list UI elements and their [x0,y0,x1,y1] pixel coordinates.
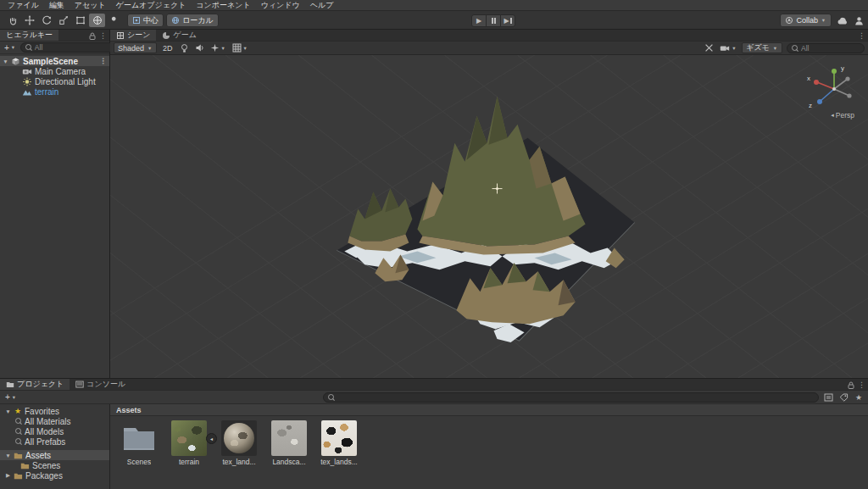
transform-icon [92,15,103,25]
menu-help[interactable]: ヘルプ [305,0,339,10]
favorites-all-prefabs[interactable]: All Prefabs [0,436,109,447]
create-object-button[interactable]: + ▾ [3,43,18,53]
favorites-row[interactable]: ▼ ★ Favorites [0,406,109,416]
scene-lighting-toggle[interactable] [179,43,190,53]
expand-icon[interactable]: ▼ [3,58,8,64]
scene-viewport[interactable]: y x z ◂ Persp [110,55,868,378]
tab-hierarchy[interactable]: ヒエラルキー [0,30,58,41]
scene-name-label: SampleScene [23,57,78,66]
search-by-label-button[interactable] [837,393,849,402]
search-icon [15,438,22,445]
menu-bar: ファイル 編集 アセット ゲームオブジェクト コンポーネント ウィンドウ ヘルプ [0,0,868,11]
asset-tex-lands-splatmap[interactable]: tex_lands... [318,420,360,466]
play-button[interactable]: ▶ [471,14,487,27]
rotate-tool-button[interactable] [38,14,54,27]
tool-group [4,14,122,27]
hand-tool-button[interactable] [4,14,20,27]
tab-project[interactable]: プロジェクト [0,379,70,390]
asset-tex-land-material[interactable]: tex_land... [218,420,260,466]
expand-icon[interactable]: ▼ [5,453,11,458]
terrain-thumbnail [171,420,207,456]
account-icon[interactable] [854,16,864,25]
collab-button[interactable]: Collab ▾ [780,14,832,27]
menu-assets[interactable]: アセット [70,0,111,10]
pause-button[interactable] [486,14,501,27]
project-search[interactable] [323,392,819,403]
camera-settings-dropdown[interactable]: ▾ [719,44,737,53]
kebab-menu-icon[interactable]: ⋮ [858,32,865,40]
menu-component[interactable]: コンポーネント [191,0,255,10]
menu-edit[interactable]: 編集 [44,0,70,10]
cloud-services-icon[interactable] [837,16,849,25]
draw-mode-dropdown[interactable]: Shaded ▾ [114,42,157,53]
chevron-down-icon: ▾ [242,45,248,52]
kebab-menu-icon[interactable]: ⋮ [858,381,865,389]
scene-audio-toggle[interactable] [194,43,205,53]
star-icon: ★ [855,393,862,402]
scene-row[interactable]: ▼ SampleScene ⋮ [0,56,109,66]
custom-tool-button[interactable] [106,14,122,27]
menu-window[interactable]: ウィンドウ [256,0,305,10]
texture-thumbnail [271,420,307,456]
create-asset-button[interactable]: + ▾ [3,392,19,402]
search-by-type-button[interactable] [822,393,834,402]
packages-label: Packages [25,471,63,481]
scene-options-icon[interactable]: ⋮ [99,58,107,65]
hierarchy-item-directional-light[interactable]: Directional Light [0,76,109,86]
grid-visibility-dropdown[interactable]: ▾ [231,43,249,53]
pivot-toggle-button[interactable]: 中心 [127,14,164,27]
gizmos-dropdown[interactable]: ギズモ ▾ [742,42,782,53]
terrain-object[interactable] [110,55,868,378]
favorites-all-materials[interactable]: All Materials [0,416,109,426]
main-area: ヒエラルキー ⋮ + ▾ ▼ [0,30,868,378]
hierarchy-item-terrain[interactable]: terrain [0,86,109,97]
expand-icon[interactable]: ▼ [5,408,11,414]
move-tool-button[interactable] [21,14,37,27]
save-search-button[interactable]: ★ [853,393,865,402]
menu-file[interactable]: ファイル [3,0,44,10]
scene-effects-dropdown[interactable]: ▾ [209,43,227,53]
tab-console[interactable]: コンソール [70,379,131,390]
scale-tool-button[interactable] [55,14,71,27]
hierarchy-tab-corner: ⋮ [89,30,107,42]
main-toolbar: 中心 ローカル ▶ ▶ Collab ▾ [0,11,868,30]
hierarchy-item-main-camera[interactable]: Main Camera [0,66,109,76]
assets-folder-row[interactable]: ▼ Assets [0,450,109,460]
tab-scene[interactable]: シーン [110,30,156,41]
asset-landscape-texture[interactable]: Landsca... [268,420,310,466]
camera-icon [22,67,32,76]
lock-icon[interactable] [848,381,854,389]
console-tab-label: コンソール [86,379,125,390]
asset-scenes-folder[interactable]: Scenes [118,420,160,466]
tab-game[interactable]: ゲーム [156,30,202,41]
projection-toggle[interactable]: ◂ Persp [831,111,854,119]
plus-icon: + [4,43,9,53]
chevron-down-icon: ▾ [11,394,17,401]
handle-space-toggle-button[interactable]: ローカル [166,14,219,27]
step-button[interactable]: ▶ [500,14,515,27]
folder-icon [6,381,14,388]
project-search-input[interactable] [337,393,814,402]
scene-view-icon [116,31,125,40]
favorites-all-models[interactable]: All Models [0,426,109,436]
collapse-icon[interactable]: ▶ [5,472,11,479]
subasset-expander-button[interactable]: ◂ [206,433,217,444]
packages-row[interactable]: ▶ Packages [0,470,109,481]
rect-tool-button[interactable] [72,14,88,27]
scene-search-input[interactable] [801,44,860,53]
asset-terrain[interactable]: ◂ terrain [168,420,210,466]
kebab-menu-icon[interactable]: ⋮ [99,32,107,40]
transform-tool-button[interactable] [89,14,105,27]
lock-icon[interactable] [89,32,96,40]
orientation-gizmo[interactable]: y x z [800,64,865,114]
rect-icon [75,15,86,25]
scene-search[interactable] [787,43,865,53]
toggle-2d-button[interactable]: 2D [161,44,175,53]
chevron-down-icon: ▾ [731,45,737,52]
scenes-folder-row[interactable]: Scenes [0,460,109,470]
menu-gameobject[interactable]: ゲームオブジェクト [111,0,192,10]
collab-icon [785,16,793,25]
asset-label: Landsca... [272,458,305,466]
editor-tools-button[interactable] [704,43,715,53]
unity-editor-window: ファイル 編集 アセット ゲームオブジェクト コンポーネント ウィンドウ ヘルプ [0,0,868,489]
